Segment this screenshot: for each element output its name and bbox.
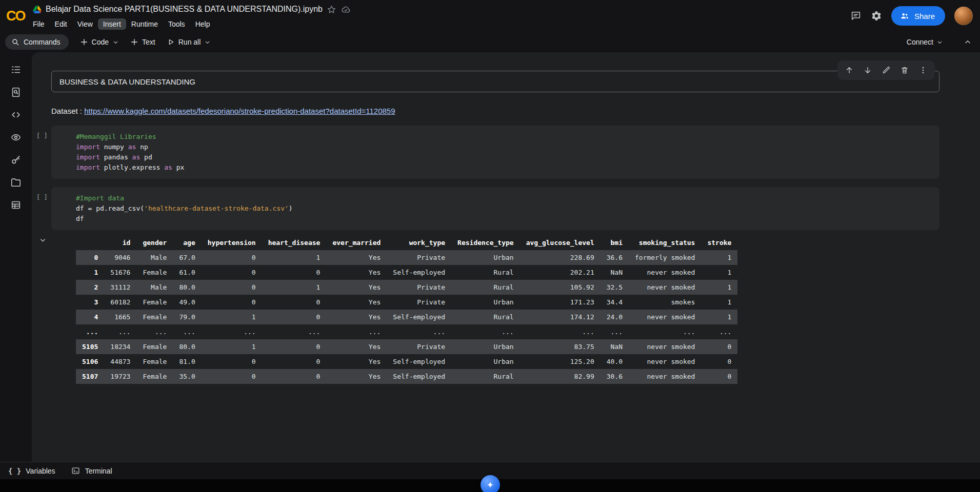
df-cell: 0 — [262, 354, 327, 369]
df-cell: 81.0 — [173, 354, 201, 369]
dataset-text: Dataset : https://www.kaggle.com/dataset… — [51, 107, 939, 115]
df-cell: Urban — [451, 295, 520, 310]
table-row: 151676Female61.000YesSelf-employedRural2… — [76, 265, 737, 280]
files-icon[interactable] — [5, 173, 27, 192]
variables-button[interactable]: { } Variables — [8, 467, 55, 475]
variable-inspector-icon[interactable] — [5, 128, 27, 147]
code-cell-imports[interactable]: [ ] #Memanggil Librariesimport numpy as … — [51, 126, 939, 179]
notebook-toolbar: Commands Code Text Run all — [0, 32, 980, 52]
star-icon[interactable] — [327, 5, 336, 14]
df-cell: Yes — [326, 310, 387, 324]
df-cell: 0 — [701, 339, 737, 354]
share-button[interactable]: Share — [891, 6, 945, 26]
data-table-icon[interactable] — [5, 196, 27, 214]
df-cell: Urban — [451, 250, 520, 265]
df-cell: ... — [202, 324, 262, 339]
more-options-icon[interactable] — [916, 64, 930, 77]
code-cell-read-csv[interactable]: [ ] #Import datadf = pd.read_csv('health… — [51, 187, 939, 230]
settings-icon[interactable] — [871, 10, 882, 22]
move-cell-down-icon[interactable] — [861, 64, 874, 77]
menu-runtime[interactable]: Runtime — [126, 18, 163, 30]
avatar[interactable] — [954, 7, 973, 25]
df-index-cell: 3 — [76, 295, 104, 310]
df-cell: Yes — [326, 354, 387, 369]
move-cell-up-icon[interactable] — [843, 64, 856, 77]
find-and-replace-icon[interactable] — [5, 83, 27, 101]
notebook-title[interactable]: Belajar Data Science PART1(BUSINESS & DA… — [46, 5, 323, 14]
df-cell: Rural — [451, 265, 520, 280]
connect-button[interactable]: Connect — [907, 38, 943, 46]
df-cell: 1665 — [104, 310, 136, 324]
title-row: Belajar Data Science PART1(BUSINESS & DA… — [33, 1, 850, 17]
df-cell: 1 — [701, 265, 737, 280]
df-cell: 0 — [262, 310, 327, 324]
df-cell: 51676 — [104, 265, 136, 280]
df-column-header: work_type — [387, 235, 451, 250]
menu-help[interactable]: Help — [190, 18, 215, 30]
run-cell-button[interactable]: [ ] — [36, 194, 48, 201]
menu-edit[interactable]: Edit — [50, 18, 72, 30]
cloud-save-icon[interactable] — [341, 5, 351, 14]
df-cell: 34.4 — [601, 295, 629, 310]
connect-label: Connect — [907, 38, 933, 46]
df-cell: 19723 — [104, 369, 136, 384]
df-cell: 80.0 — [173, 339, 201, 354]
edit-cell-icon[interactable] — [879, 64, 893, 77]
add-text-button[interactable]: Text — [130, 38, 155, 46]
table-of-contents-icon[interactable] — [5, 60, 27, 79]
df-cell: Female — [136, 310, 173, 324]
df-cell: 174.12 — [520, 310, 601, 324]
collapse-header-icon[interactable] — [964, 38, 972, 46]
secrets-icon[interactable] — [5, 151, 27, 169]
df-cell: Rural — [451, 310, 520, 324]
df-header-row: idgenderagehypertensionheart_diseaseever… — [76, 235, 737, 250]
df-column-header: hypertension — [202, 235, 262, 250]
gemini-spark-button[interactable] — [481, 475, 500, 492]
df-cell: 0 — [202, 250, 262, 265]
dataset-link[interactable]: https://www.kaggle.com/datasets/fedesori… — [84, 107, 395, 115]
collapse-output-icon[interactable] — [39, 236, 47, 244]
df-cell: 1 — [701, 280, 737, 295]
df-cell: 202.21 — [520, 265, 601, 280]
df-cell: 32.5 — [601, 280, 629, 295]
delete-cell-icon[interactable] — [898, 64, 911, 77]
menu-tools[interactable]: Tools — [163, 18, 190, 30]
df-cell: NaN — [601, 265, 629, 280]
df-cell: formerly smoked — [629, 250, 701, 265]
menu-bar: FileEditViewInsertRuntimeToolsHelp — [28, 17, 850, 31]
df-cell: Yes — [326, 339, 387, 354]
df-column-header: smoking_status — [629, 235, 701, 250]
code-editor[interactable]: #Import datadf = pd.read_csv('healthcare… — [76, 193, 931, 224]
df-cell: 44873 — [104, 354, 136, 369]
df-cell: never smoked — [629, 310, 701, 324]
df-cell: Female — [136, 265, 173, 280]
add-code-button[interactable]: Code — [80, 38, 119, 46]
df-column-header: id — [104, 235, 136, 250]
table-row: 510719723Female35.000YesSelf-employedRur… — [76, 369, 737, 384]
terminal-button[interactable]: Terminal — [71, 466, 112, 475]
df-cell: smokes — [629, 295, 701, 310]
df-cell: Private — [387, 339, 451, 354]
menu-view[interactable]: View — [72, 18, 98, 30]
df-cell: Self-employed — [387, 354, 451, 369]
markdown-cell[interactable]: BUSINESS & DATA UNDERSTANDING — [51, 71, 939, 92]
df-index-cell: 2 — [76, 280, 104, 295]
run-all-button[interactable]: Run all — [167, 38, 211, 46]
menu-insert[interactable]: Insert — [98, 18, 126, 30]
left-sidebar — [0, 52, 32, 462]
menu-file[interactable]: File — [28, 18, 50, 30]
table-row: 231112Male80.001YesPrivateRural105.9232.… — [76, 280, 737, 295]
df-cell: 0 — [262, 369, 327, 384]
df-column-header: Residence_type — [451, 235, 520, 250]
comments-icon[interactable] — [850, 10, 862, 22]
colab-app: CO Belajar Data Science PART1(BUSINESS &… — [0, 0, 980, 492]
df-cell: Female — [136, 369, 173, 384]
df-cell: Yes — [326, 295, 387, 310]
commands-button[interactable]: Commands — [5, 34, 69, 50]
share-people-icon — [899, 11, 910, 20]
df-cell: 60182 — [104, 295, 136, 310]
code-editor[interactable]: #Memanggil Librariesimport numpy as npim… — [76, 132, 931, 173]
drive-icon — [33, 6, 42, 13]
code-snippets-icon[interactable] — [5, 106, 27, 124]
run-cell-button[interactable]: [ ] — [36, 132, 48, 139]
